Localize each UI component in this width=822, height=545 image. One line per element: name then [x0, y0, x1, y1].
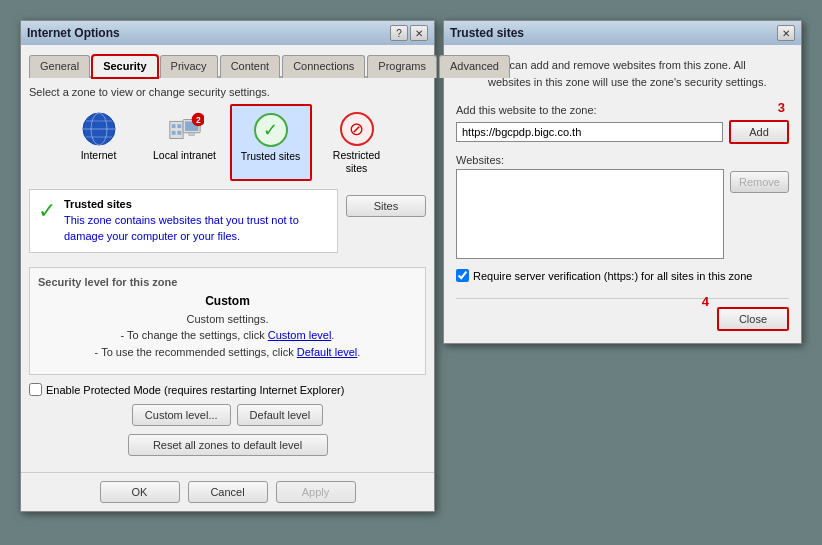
level-buttons-row: Custom level... Default level	[29, 404, 426, 426]
annotation-3: 3	[778, 100, 785, 115]
apply-button[interactable]: Apply	[276, 481, 356, 503]
level-line1: Custom settings.	[187, 313, 269, 325]
security-level-title: Security level for this zone	[38, 276, 417, 288]
local-intranet-zone-icon: 2	[165, 111, 205, 147]
zone-local-intranet[interactable]: 2 Local intranet	[144, 104, 226, 181]
ts-titlebar-buttons: ✕	[777, 25, 795, 41]
svg-rect-9	[177, 131, 181, 135]
trusted-sites-titlebar: Trusted sites ✕	[444, 21, 801, 45]
zones-grid: Internet	[29, 104, 426, 181]
tab-programs[interactable]: Programs	[367, 55, 437, 78]
ts-checkbox-row: Require server verification (https:) for…	[456, 269, 789, 282]
ts-websites-label: Websites:	[456, 154, 789, 166]
zone-info-box: ✓ Trusted sites This zone contains websi…	[29, 189, 338, 253]
svg-rect-12	[188, 133, 194, 136]
tab-advanced[interactable]: Advanced	[439, 55, 510, 78]
level-line3: - To use the recommended settings, click…	[95, 346, 361, 358]
close-button[interactable]: ✕	[410, 25, 428, 41]
dialog-buttons: OK Cancel Apply	[21, 472, 434, 511]
remove-button[interactable]: Remove	[730, 171, 789, 193]
ts-list-row: Remove	[456, 169, 789, 259]
reset-zones-button[interactable]: Reset all zones to default level	[128, 434, 328, 456]
tab-content[interactable]: Content	[220, 55, 281, 78]
ts-listbox[interactable]	[456, 169, 724, 259]
info-title: Trusted sites	[64, 198, 329, 210]
annotation-4: 4	[702, 294, 709, 309]
internet-options-title: Internet Options	[27, 26, 120, 40]
cancel-button[interactable]: Cancel	[188, 481, 268, 503]
ok-button[interactable]: OK	[100, 481, 180, 503]
security-level-box: Security level for this zone Custom Cust…	[29, 267, 426, 376]
svg-rect-7	[177, 124, 181, 128]
trusted-sites-zone-label: Trusted sites	[241, 150, 301, 163]
internet-zone-icon	[79, 111, 119, 147]
svg-text:2: 2	[195, 115, 200, 125]
server-verification-checkbox[interactable]	[456, 269, 469, 282]
sites-button[interactable]: Sites	[346, 195, 426, 217]
tab-connections[interactable]: Connections	[282, 55, 365, 78]
custom-level-button[interactable]: Custom level...	[132, 404, 231, 426]
ts-close-btn[interactable]: Close	[717, 307, 789, 331]
ts-close-button[interactable]: ✕	[777, 25, 795, 41]
tab-bar: General Security Privacy Content Connect…	[29, 53, 426, 78]
default-level-link[interactable]: Default level	[297, 346, 358, 358]
trusted-sites-zone-icon: ✓	[251, 112, 291, 148]
protected-mode-row: Enable Protected Mode (requires restarti…	[29, 383, 426, 396]
trusted-sites-title: Trusted sites	[450, 26, 524, 40]
reset-row: Reset all zones to default level	[29, 434, 426, 456]
protected-mode-checkbox[interactable]	[29, 383, 42, 396]
restricted-sites-zone-icon: ⊘	[337, 111, 377, 147]
internet-options-dialog: Internet Options ? ✕ General Security Pr…	[20, 20, 435, 512]
info-check-icon: ✓	[38, 200, 56, 222]
info-text: Trusted sites This zone contains website…	[64, 198, 329, 244]
ts-footer: Close	[456, 298, 789, 331]
svg-rect-5	[169, 121, 182, 138]
custom-level-link[interactable]: Custom level	[268, 329, 332, 341]
ts-input-row: Add	[456, 120, 789, 144]
default-level-button[interactable]: Default level	[237, 404, 324, 426]
level-line2: - To change the settings, click Custom l…	[121, 329, 335, 341]
dialog-content: General Security Privacy Content Connect…	[21, 45, 434, 472]
titlebar-buttons: ? ✕	[390, 25, 428, 41]
tab-security[interactable]: Security	[92, 55, 157, 78]
local-intranet-zone-label: Local intranet	[153, 149, 216, 162]
trusted-sites-content: ✓ You can add and remove websites from t…	[444, 45, 801, 343]
server-verification-label: Require server verification (https:) for…	[473, 270, 752, 282]
internet-options-titlebar: Internet Options ? ✕	[21, 21, 434, 45]
ts-add-label: Add this website to the zone:	[456, 104, 789, 116]
trusted-check-icon: ✓	[254, 113, 288, 147]
tab-general[interactable]: General	[29, 55, 90, 78]
ts-header-text: You can add and remove websites from thi…	[488, 57, 789, 90]
level-content: Custom Custom settings. - To change the …	[38, 294, 417, 361]
svg-rect-8	[171, 131, 175, 135]
restricted-sites-zone-label: Restricted sites	[325, 149, 389, 174]
tab-privacy[interactable]: Privacy	[160, 55, 218, 78]
level-desc: Custom settings. - To change the setting…	[38, 311, 417, 361]
level-name: Custom	[38, 294, 417, 308]
info-desc: This zone contains websites that you tru…	[64, 213, 329, 244]
zone-internet[interactable]: Internet	[58, 104, 140, 181]
protected-mode-label: Enable Protected Mode (requires restarti…	[46, 384, 344, 396]
internet-zone-label: Internet	[81, 149, 117, 162]
restricted-icon: ⊘	[340, 112, 374, 146]
website-input[interactable]	[456, 122, 723, 142]
help-button[interactable]: ?	[390, 25, 408, 41]
zone-restricted-sites[interactable]: ⊘ Restricted sites	[316, 104, 398, 181]
svg-rect-6	[171, 124, 175, 128]
ts-list-buttons: Remove	[730, 169, 789, 259]
add-button[interactable]: Add	[729, 120, 789, 144]
zone-trusted-sites[interactable]: ✓ Trusted sites	[230, 104, 312, 181]
zone-select-label: Select a zone to view or change security…	[29, 86, 426, 98]
